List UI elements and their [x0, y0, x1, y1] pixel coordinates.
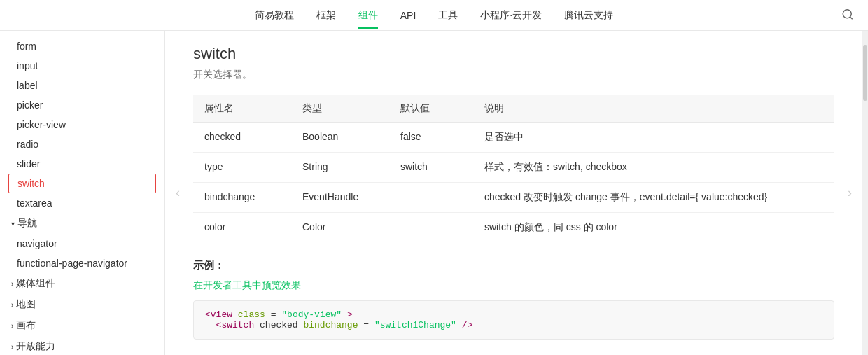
preview-link[interactable]: 在开发者工具中预览效果: [193, 279, 834, 292]
attr-name: color: [193, 213, 291, 243]
col-header-desc: 说明: [473, 95, 834, 123]
sidebar: form input label picker picker-view radi…: [0, 31, 165, 355]
nav-item-tencent[interactable]: 腾讯云支持: [564, 2, 613, 29]
code-eq2: =: [363, 320, 369, 330]
top-navigation: 简易教程 框架 组件 API 工具 小程序·云开发 腾讯云支持: [0, 0, 868, 31]
right-scrollbar[interactable]: [862, 31, 868, 355]
table-row: type String switch 样式，有效值：switch, checkb…: [193, 153, 834, 183]
nav-item-api[interactable]: API: [400, 3, 416, 28]
chevron-right-icon: ›: [11, 280, 13, 288]
sidebar-item-picker[interactable]: picker: [0, 95, 164, 115]
attr-desc: checked 改变时触发 change 事件，event.detail={ v…: [473, 183, 834, 213]
svg-point-0: [843, 9, 851, 18]
sidebar-group-map-label: 地图: [16, 298, 36, 311]
sidebar-group-open-label: 开放能力: [16, 340, 55, 353]
example-title: 示例：: [193, 259, 834, 272]
col-header-default: 默认值: [389, 95, 473, 123]
sidebar-group-open[interactable]: › 开放能力: [0, 336, 164, 355]
sidebar-item-functional-page-navigator[interactable]: functional-page-navigator: [0, 253, 164, 273]
table-row: bindchange EventHandle checked 改变时触发 cha…: [193, 183, 834, 213]
chevron-right-icon-4: ›: [11, 343, 13, 351]
code-tag-switch: <switch: [216, 320, 255, 330]
attr-default: switch: [389, 153, 473, 183]
attr-name: type: [193, 153, 291, 183]
nav-item-framework[interactable]: 框架: [316, 2, 336, 29]
attr-default: false: [389, 123, 473, 153]
attr-desc: switch 的颜色，同 css 的 color: [473, 213, 834, 243]
attr-type: String: [291, 153, 389, 183]
code-eq: =: [271, 309, 276, 320]
sidebar-item-form[interactable]: form: [0, 36, 164, 56]
sidebar-item-picker-view[interactable]: picker-view: [0, 115, 164, 134]
sidebar-group-media[interactable]: › 媒体组件: [0, 273, 164, 294]
sidebar-group-canvas[interactable]: › 画布: [0, 315, 164, 336]
code-attr-class: class: [238, 309, 265, 320]
sidebar-group-map[interactable]: › 地图: [0, 294, 164, 315]
next-page-arrow[interactable]: ›: [840, 183, 860, 203]
code-string-bindchange: "switch1Change": [374, 320, 456, 330]
nav-item-tutorial[interactable]: 简易教程: [255, 2, 294, 29]
col-header-name: 属性名: [193, 95, 291, 123]
svg-line-1: [850, 16, 852, 18]
attr-default: [389, 213, 473, 243]
code-block: <view class = "body-view" > <switch chec…: [193, 300, 834, 340]
page-desc: 开关选择器。: [193, 69, 834, 81]
code-line-2: <switch checked bindchange = "switch1Cha…: [205, 320, 822, 330]
chevron-right-icon-2: ›: [11, 301, 13, 309]
code-line-1: <view class = "body-view" >: [205, 309, 822, 320]
nav-item-miniprogram[interactable]: 小程序·云开发: [480, 2, 542, 29]
main-layout: form input label picker picker-view radi…: [0, 31, 868, 355]
sidebar-group-nav[interactable]: ▾ 导航: [0, 213, 164, 234]
table-row: color Color switch 的颜色，同 css 的 color: [193, 213, 834, 243]
sidebar-item-navigator[interactable]: navigator: [0, 234, 164, 253]
attr-name: bindchange: [193, 183, 291, 213]
col-header-type: 类型: [291, 95, 389, 123]
attr-desc: 是否选中: [473, 123, 834, 153]
attributes-table: 属性名 类型 默认值 说明 checked Boolean false 是否选中…: [193, 95, 834, 242]
attr-type: Color: [291, 213, 389, 243]
code-tag-close-bracket: >: [347, 309, 353, 320]
scrollbar-thumb: [863, 45, 867, 101]
page-title: switch: [193, 45, 834, 63]
code-attr-bindchange: bindchange: [303, 320, 358, 330]
sidebar-group-canvas-label: 画布: [16, 319, 36, 332]
nav-items: 简易教程 框架 组件 API 工具 小程序·云开发 腾讯云支持: [255, 2, 613, 29]
content-area: ‹ switch 开关选择器。 属性名 类型 默认值 说明 checked Bo…: [165, 31, 862, 355]
code-tag-open: <view: [205, 309, 232, 320]
code-space2: checked: [260, 320, 303, 330]
nav-item-components[interactable]: 组件: [358, 2, 378, 29]
sidebar-item-input[interactable]: input: [0, 56, 164, 76]
attr-default: [389, 183, 473, 213]
sidebar-item-label[interactable]: label: [0, 76, 164, 95]
code-tag-selfclose: />: [462, 320, 473, 330]
sidebar-item-switch[interactable]: switch: [8, 174, 156, 193]
attr-type: Boolean: [291, 123, 389, 153]
sidebar-group-nav-label: 导航: [18, 217, 37, 230]
sidebar-group-media-label: 媒体组件: [16, 277, 55, 290]
sidebar-item-radio[interactable]: radio: [0, 134, 164, 154]
search-icon[interactable]: [841, 8, 854, 22]
sidebar-item-textarea[interactable]: textarea: [0, 193, 164, 213]
sidebar-item-slider[interactable]: slider: [0, 154, 164, 174]
table-row: checked Boolean false 是否选中: [193, 123, 834, 153]
code-string-bodyview: "body-view": [281, 309, 342, 320]
attr-name: checked: [193, 123, 291, 153]
attr-desc: 样式，有效值：switch, checkbox: [473, 153, 834, 183]
prev-page-arrow[interactable]: ‹: [168, 183, 188, 203]
attr-type: EventHandle: [291, 183, 389, 213]
nav-item-tools[interactable]: 工具: [438, 2, 458, 29]
chevron-right-icon-3: ›: [11, 322, 13, 330]
chevron-down-icon: ▾: [11, 220, 15, 228]
